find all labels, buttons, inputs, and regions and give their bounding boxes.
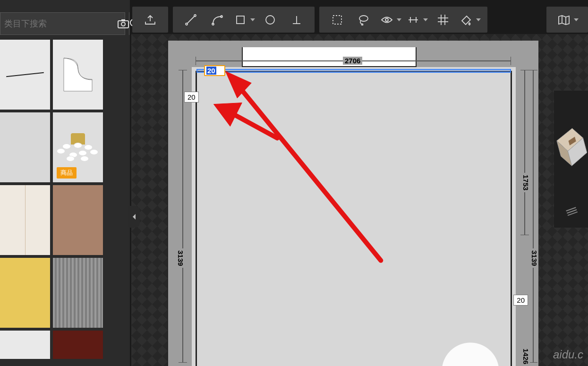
ceiling-light-icon [57,133,99,162]
chevron-down-icon [476,18,481,21]
selected-wall-edge[interactable] [196,69,511,73]
asset-thumb[interactable] [0,40,50,110]
sidebar-collapse-toggle[interactable] [128,206,140,228]
dimension-right-upper-label: 1753 [522,173,530,192]
chevron-down-icon [574,18,579,21]
toolbar-group-upload [132,7,168,33]
dimension-right-upper [524,70,525,235]
chevron-down-icon [397,18,401,21]
dimension-right-full-label: 3139 [530,248,538,268]
offset-input-active[interactable]: 20 [204,65,225,76]
paint-tool[interactable] [456,7,483,33]
arc-tool[interactable] [204,7,230,33]
toolbar-group-view [319,7,487,33]
upload-button[interactable] [137,7,163,33]
asset-thumb[interactable] [53,40,103,110]
map-view-tool[interactable] [554,7,580,33]
offset-input-value: 20 [206,67,216,75]
round-furniture [437,329,503,366]
chevron-down-icon [423,18,428,21]
design-canvas[interactable]: 2706 3139 1753 3139 1426 20 20 20 [131,34,588,366]
dimension-left [182,70,183,363]
room-walls [196,71,512,366]
offset-label-right: 20 [513,295,528,306]
svg-point-16 [362,24,363,25]
perpendicular-tool[interactable] [283,7,310,33]
search-input[interactable] [0,19,118,29]
asset-thumb[interactable] [0,185,50,255]
search-bar [0,12,125,35]
toolbar-right [546,7,588,33]
align-tool[interactable] [403,7,430,33]
top-toolbar [132,7,487,33]
asset-thumb[interactable] [53,331,103,359]
svg-rect-14 [333,16,341,24]
rect-tool[interactable] [230,7,257,33]
svg-point-15 [359,16,368,21]
svg-rect-2 [121,19,125,21]
circle-tool[interactable] [257,7,283,33]
asset-thumb[interactable] [53,258,103,328]
lasso-tool[interactable] [350,7,377,33]
svg-point-1 [121,22,125,26]
svg-rect-10 [237,16,244,24]
dimension-right-full [533,70,534,363]
asset-sidebar: 商品 [0,0,130,366]
thumbnail-grid: 商品 [0,40,130,359]
asset-thumb[interactable] [0,258,50,328]
watermark-text: aidu.c [553,348,583,361]
mini-3d-preview-panel [554,91,588,228]
dimension-left-label: 3139 [177,248,185,268]
camera-icon[interactable] [118,12,129,35]
asset-thumb[interactable]: 商品 [53,112,103,182]
visibility-tool[interactable] [377,7,403,33]
product-badge: 商品 [57,167,77,179]
grid-tool[interactable] [430,7,456,33]
asset-thumb[interactable] [0,331,50,359]
drag-handle-icon[interactable] [562,204,580,214]
svg-line-7 [187,16,195,24]
dimension-right-bottom-label: 1426 [522,347,530,366]
svg-point-17 [385,18,388,21]
mini-3d-preview[interactable] [555,91,587,204]
line-tool[interactable] [178,7,204,33]
asset-thumb[interactable] [0,112,50,182]
svg-point-11 [266,16,274,24]
room-outer: 2706 3139 1753 3139 1426 20 20 20 [168,41,538,366]
chevron-down-icon [250,18,255,21]
offset-label-left: 20 [184,92,199,102]
door-opening [242,47,417,67]
region-tool[interactable] [324,7,350,33]
toolbar-group-draw [173,7,315,33]
dimension-top-label: 2706 [343,57,362,65]
asset-thumb[interactable] [53,185,103,255]
